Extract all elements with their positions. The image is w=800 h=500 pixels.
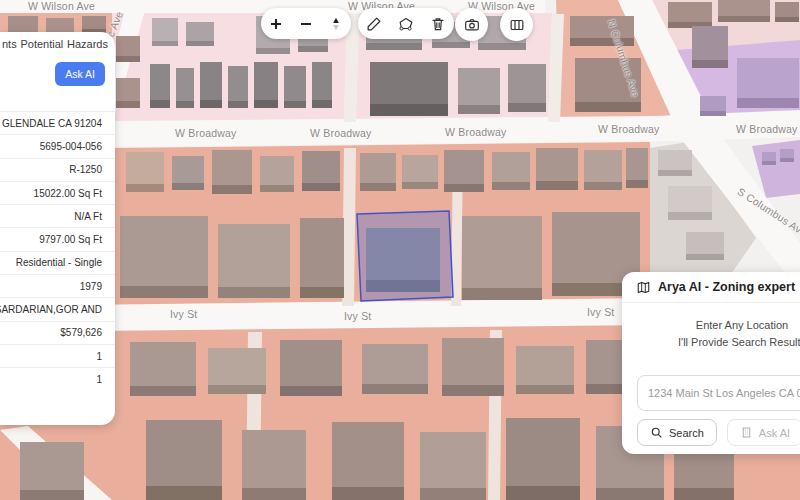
property-value: N/A Ft (74, 211, 102, 222)
chat-ask-ai-button[interactable]: Ask AI (727, 419, 800, 446)
building-icon (740, 426, 753, 439)
tab-nts[interactable]: nts (2, 38, 17, 50)
delete-button[interactable] (425, 11, 451, 37)
screenshot-button[interactable] (455, 8, 488, 41)
property-value: 15022.00 Sq Ft (34, 188, 102, 199)
property-row: $579,626 (0, 321, 115, 344)
map-icon (636, 280, 651, 295)
chat-intro-line2: I'll Provide Search Results (622, 334, 800, 351)
property-rows: 4 GLENDALE CA 912045695-004-056R-1250150… (0, 111, 115, 391)
zoom-out-button[interactable] (293, 11, 319, 37)
property-row: 1 (0, 344, 115, 367)
property-row: N/A Ft (0, 204, 115, 227)
chat-buttons: Search Ask AI (637, 419, 800, 446)
property-row: 1 (0, 367, 115, 390)
columns-icon (508, 16, 526, 34)
location-input[interactable] (637, 375, 800, 411)
property-row: Residential - Single (0, 251, 115, 274)
compass-button[interactable] (323, 11, 349, 37)
selected-parcel[interactable] (357, 211, 453, 301)
property-row: SARDARIAN,GOR AND (0, 297, 115, 320)
arya-ai-panel: Arya AI - Zoning expert Enter Any Locati… (622, 272, 800, 454)
property-value: 9797.00 Sq Ft (39, 234, 102, 245)
property-row: 1979 (0, 274, 115, 297)
property-value: 1 (96, 374, 102, 385)
property-value: Residential - Single (16, 257, 102, 268)
property-row: 9797.00 Sq Ft (0, 227, 115, 250)
search-icon (650, 426, 663, 439)
draw-button[interactable] (361, 11, 387, 37)
property-value: $579,626 (60, 327, 102, 338)
plus-icon (268, 16, 284, 32)
chat-panel-title: Arya AI - Zoning expert (658, 280, 795, 294)
pencil-icon (365, 15, 383, 33)
edit-toolbar (358, 8, 454, 39)
app-window: W Wilson AveW Wilson AveW Wilson Avec Av… (0, 0, 800, 500)
tab-potential[interactable]: Potential (20, 38, 63, 50)
camera-icon (463, 16, 481, 34)
chat-ask-ai-label: Ask AI (759, 427, 790, 439)
property-row: 15022.00 Sq Ft (0, 181, 115, 204)
panel-tabs: ntsPotentialHazards (2, 38, 108, 50)
chat-intro: Enter Any Location I'll Provide Search R… (622, 317, 800, 351)
property-value: 4 GLENDALE CA 91204 (0, 118, 102, 129)
layers-button[interactable] (500, 8, 533, 41)
zoom-in-button[interactable] (263, 11, 289, 37)
minus-icon (298, 16, 314, 32)
trash-icon (429, 15, 447, 33)
property-value: 1 (96, 351, 102, 362)
property-value: 5695-004-056 (40, 141, 102, 152)
ask-ai-button[interactable]: Ask AI (55, 62, 105, 86)
property-row: 5695-004-056 (0, 134, 115, 157)
compass-icon (327, 15, 345, 33)
search-button[interactable]: Search (637, 419, 717, 446)
polygon-button[interactable] (393, 11, 419, 37)
property-value: SARDARIAN,GOR AND (0, 304, 102, 315)
polygon-icon (397, 15, 415, 33)
chat-intro-line1: Enter Any Location (622, 317, 800, 334)
zoom-toolbar (261, 8, 351, 39)
search-button-label: Search (669, 427, 704, 439)
property-value: 1979 (80, 281, 102, 292)
arya-ai-header: Arya AI - Zoning expert (622, 272, 800, 303)
property-value: R-1250 (69, 164, 102, 175)
property-row: R-1250 (0, 158, 115, 181)
property-row: 4 GLENDALE CA 91204 (0, 111, 115, 134)
tab-hazards[interactable]: Hazards (67, 38, 108, 50)
property-panel: ntsPotentialHazards Ask AI 4 GLENDALE CA… (0, 32, 115, 425)
